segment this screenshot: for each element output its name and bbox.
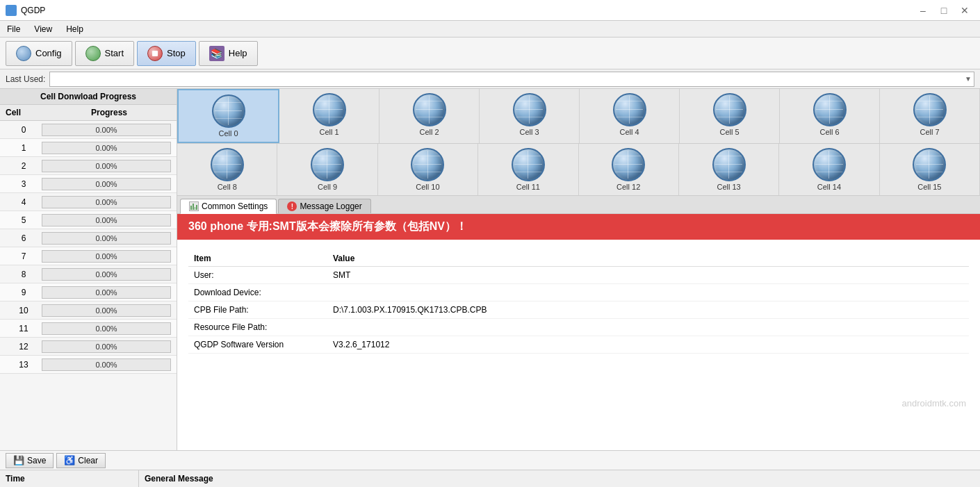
settings-value: SMT — [333, 270, 963, 280]
menu-view[interactable]: View — [27, 21, 59, 37]
cell-globe-icon — [311, 148, 344, 181]
settings-rows: User: SMT Download Device: CPB File Path… — [188, 267, 969, 354]
tab-common-label: Common Settings — [202, 201, 268, 211]
cell-row: 3 0.00% — [0, 175, 177, 193]
cell-item-cell-13[interactable]: Cell 13 — [679, 144, 779, 195]
cell-item-label: Cell 14 — [817, 183, 841, 191]
col-value-header: Value — [333, 254, 963, 263]
warning-banner: 360 phone 专用:SMT版本会擦除所有参数（包括NV）！ — [177, 214, 980, 240]
title-bar: QGDP – □ ✕ — [0, 0, 980, 21]
cell-row: 8 0.00% — [0, 265, 177, 283]
menu-help[interactable]: Help — [59, 21, 90, 37]
cell-globe-icon — [813, 93, 847, 126]
cell-item-label: Cell 0 — [218, 129, 238, 138]
cell-item-label: Cell 10 — [416, 183, 439, 191]
cell-item-cell-2[interactable]: Cell 2 — [379, 89, 480, 143]
cell-row: 12 0.00% — [0, 338, 177, 356]
header-cell: Cell — [6, 108, 47, 117]
cell-progress-bar: 0.00% — [42, 358, 171, 371]
main-content: Cell Donwload Progress Cell Progress 0 0… — [0, 89, 980, 450]
stop-button[interactable]: Stop — [137, 41, 196, 66]
cell-item-cell-3[interactable]: Cell 3 — [480, 89, 580, 143]
settings-value: D:\7.1.003.PX.170915.QK1713.CPB.CPB — [333, 305, 963, 315]
left-panel-header: Cell Progress — [0, 105, 177, 121]
save-button[interactable]: 💾 Save — [6, 453, 54, 468]
tab-logger[interactable]: ! Message Logger — [278, 199, 370, 213]
clear-button[interactable]: ♿ Clear — [56, 453, 106, 468]
stop-label: Stop — [167, 48, 186, 58]
cell-item-cell-7[interactable]: Cell 7 — [880, 89, 980, 143]
settings-row: QGDP Software Version V3.2.6_171012 — [188, 336, 969, 354]
cell-progress-bar: 0.00% — [42, 232, 171, 245]
cell-number: 8 — [6, 270, 42, 279]
cell-number: 6 — [6, 233, 42, 243]
watermark: androidmtk.com — [902, 398, 966, 408]
cell-globe-icon — [413, 93, 446, 126]
cell-item-cell-4[interactable]: Cell 4 — [580, 89, 680, 143]
close-button[interactable]: ✕ — [955, 2, 974, 19]
cell-item-cell-10[interactable]: Cell 10 — [378, 144, 478, 195]
settings-table: Item Value User: SMT Download Device: CP… — [177, 240, 980, 365]
config-label: Config — [35, 48, 62, 58]
cell-globe-icon — [212, 94, 245, 128]
cell-item-cell-1[interactable]: Cell 1 — [279, 89, 379, 143]
cell-number: 0 — [6, 125, 42, 135]
cell-item-cell-14[interactable]: Cell 14 — [779, 144, 879, 195]
help-label: Help — [229, 48, 247, 58]
cell-item-cell-0[interactable]: Cell 0 — [177, 89, 279, 143]
cell-grid-row-1: Cell 0 Cell 1 Cell 2 Cell 3 — [177, 89, 980, 144]
config-icon — [16, 46, 31, 61]
cell-progress-bar: 0.00% — [42, 142, 171, 154]
cell-item-cell-9[interactable]: Cell 9 — [277, 144, 377, 195]
cell-globe-icon — [211, 148, 244, 181]
maximize-button[interactable]: □ — [934, 2, 954, 19]
cell-globe-icon — [712, 148, 746, 181]
cell-item-cell-8[interactable]: Cell 8 — [177, 144, 277, 195]
header-progress: Progress — [47, 108, 171, 117]
cell-grid-row-2: Cell 8 Cell 9 Cell 10 Cell 11 — [177, 144, 980, 196]
cell-number: 1 — [6, 143, 42, 153]
help-icon: 📚 — [209, 46, 224, 61]
cell-row: 13 0.00% — [0, 356, 177, 374]
settings-row: User: SMT — [188, 267, 969, 284]
config-button[interactable]: Config — [6, 41, 72, 66]
minimize-button[interactable]: – — [913, 2, 933, 19]
cell-globe-icon — [613, 93, 646, 126]
tab-logger-label: Message Logger — [300, 201, 361, 211]
cell-item-cell-15[interactable]: Cell 15 — [880, 144, 980, 195]
cell-progress-bar: 0.00% — [42, 160, 171, 172]
settings-item: Download Device: — [194, 288, 333, 297]
cell-item-cell-6[interactable]: Cell 6 — [780, 89, 880, 143]
settings-row: Download Device: — [188, 284, 969, 302]
cell-item-cell-11[interactable]: Cell 11 — [478, 144, 578, 195]
cell-item-label: Cell 5 — [719, 128, 739, 136]
menu-bar: File View Help — [0, 21, 980, 38]
cell-item-cell-5[interactable]: Cell 5 — [680, 89, 780, 143]
settings-item: QGDP Software Version — [194, 340, 333, 349]
settings-value — [333, 322, 963, 332]
start-label: Start — [105, 48, 124, 58]
cell-globe-icon — [411, 148, 444, 181]
cell-number: 11 — [6, 324, 42, 333]
cell-item-cell-12[interactable]: Cell 12 — [579, 144, 679, 195]
stop-icon — [147, 46, 163, 61]
last-used-input[interactable] — [49, 72, 974, 87]
cell-list: 0 0.00% 1 0.00% 2 0.00% 3 0.00% 4 0.00% … — [0, 121, 177, 450]
cell-globe-icon — [913, 93, 947, 126]
menu-file[interactable]: File — [0, 21, 27, 37]
cell-globe-icon — [812, 148, 846, 181]
app-icon — [6, 5, 17, 16]
start-button[interactable]: Start — [75, 41, 134, 66]
help-button[interactable]: 📚 Help — [199, 41, 258, 66]
cell-item-label: Cell 1 — [319, 128, 338, 136]
settings-item: User: — [194, 270, 333, 280]
cell-item-label: Cell 13 — [717, 183, 740, 191]
save-icon: 💾 — [13, 455, 24, 465]
log-columns: Time General Message — [0, 470, 980, 487]
save-label: Save — [27, 456, 46, 465]
cell-item-label: Cell 9 — [318, 183, 337, 191]
tab-common[interactable]: Common Settings — [180, 199, 277, 214]
cell-globe-icon — [513, 93, 546, 126]
cell-number: 2 — [6, 161, 42, 171]
cell-progress-bar: 0.00% — [42, 340, 171, 353]
